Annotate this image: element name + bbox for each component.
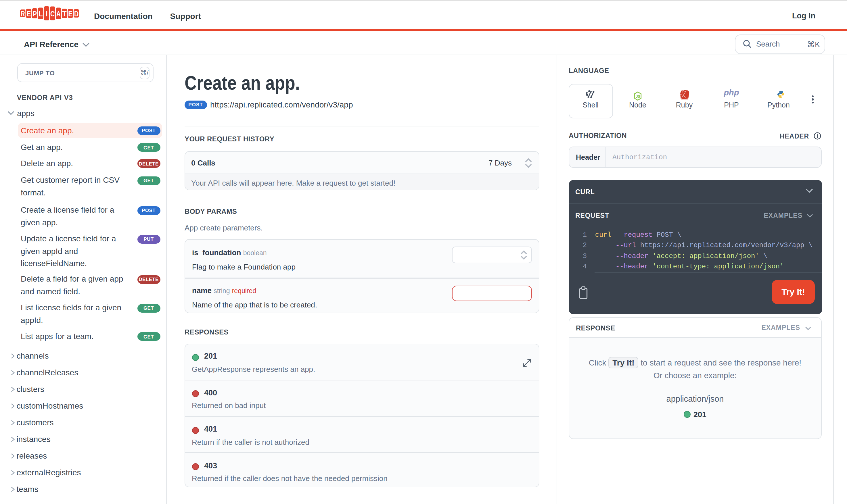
svg-text:A: A bbox=[56, 10, 60, 18]
svg-text:E: E bbox=[68, 10, 72, 18]
svg-text:C: C bbox=[50, 10, 54, 18]
svg-text:T: T bbox=[62, 10, 66, 18]
svg-text:D: D bbox=[74, 10, 78, 18]
svg-text:JS: JS bbox=[636, 95, 640, 99]
svg-text:L: L bbox=[38, 10, 42, 18]
svg-text:R: R bbox=[20, 10, 25, 18]
svg-text:E: E bbox=[26, 10, 31, 18]
svg-text:I: I bbox=[45, 10, 47, 18]
svg-text:P: P bbox=[32, 10, 36, 18]
